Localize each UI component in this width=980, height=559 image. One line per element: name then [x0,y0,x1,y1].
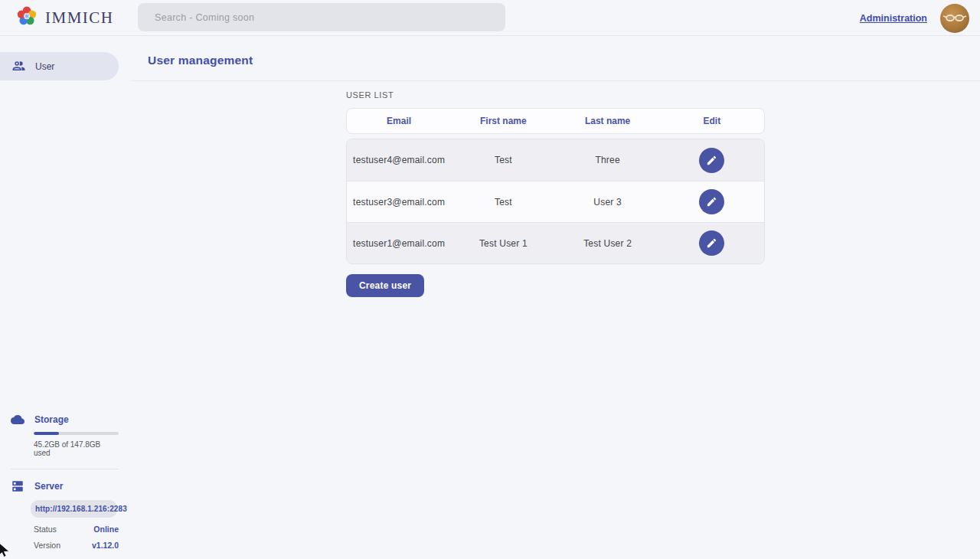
title-divider [131,80,980,81]
cell-first-name: Test [451,197,555,208]
cell-last-name: Test User 2 [556,238,660,249]
create-user-button[interactable]: Create user [346,274,424,297]
column-header-last-name: Last name [556,116,660,126]
server-icon [11,479,24,493]
pencil-icon [706,196,717,208]
column-header-email: Email [347,116,451,126]
sidebar-item-user[interactable]: User [0,52,119,80]
cell-email: testuser4@email.com [347,155,451,165]
version-value: v1.12.0 [92,541,119,550]
pencil-icon [706,237,717,249]
user-table-header: Email First name Last name Edit [346,108,765,134]
table-row: testuser4@email.com Test Three [347,139,764,181]
storage-usage-text: 45.2GB of 147.8GB used [34,440,119,457]
server-url-badge: http://192.168.1.216:2283 [31,500,117,518]
main-content: User management USER LIST Email First na… [131,36,980,559]
administration-link[interactable]: Administration [860,13,927,24]
storage-progress-bar [34,432,119,435]
cell-first-name: Test User 1 [451,238,555,249]
status-value: Online [93,525,119,534]
sidebar-status-panel: Storage 45.2GB of 147.8GB used Server ht… [0,413,131,559]
storage-progress-fill [34,432,59,435]
edit-user-button[interactable] [699,148,724,173]
cell-last-name: Three [556,155,660,165]
edit-user-button[interactable] [699,189,724,214]
search-bar[interactable] [138,3,505,31]
table-row: testuser1@email.com Test User 1 Test Use… [347,222,764,263]
app-header: IMMICH Administration [0,0,980,36]
users-icon [11,59,26,74]
edit-user-button[interactable] [699,230,724,256]
server-version-row: Version v1.12.0 [34,534,119,550]
user-table-rows: testuser4@email.com Test Three testuser3… [346,139,765,264]
logo-wordmark: IMMICH [45,8,114,28]
cell-first-name: Test [451,155,555,165]
search-input[interactable] [138,3,505,31]
server-title: Server [34,481,63,492]
storage-title: Storage [34,414,69,425]
server-status-row: Status Online [34,518,119,534]
column-header-first-name: First name [451,116,555,126]
table-row: testuser3@email.com Test User 3 [347,181,764,222]
cloud-icon [11,413,24,427]
page-title: User management [148,54,980,67]
avatar-glasses-icon [940,4,969,33]
immich-logo: IMMICH [0,5,114,31]
immich-flower-icon [15,5,38,31]
cell-email: testuser3@email.com [347,197,451,208]
sidebar: User Storage 45.2GB of 147.8GB used [0,36,131,559]
cell-last-name: User 3 [556,197,660,208]
column-header-edit: Edit [660,116,764,126]
pencil-icon [706,155,717,166]
status-label: Status [34,525,57,534]
cell-email: testuser1@email.com [347,238,451,249]
sidebar-divider [11,469,119,469]
sidebar-item-user-label: User [35,61,54,72]
version-label: Version [34,541,60,550]
user-list-label: USER LIST [346,90,765,100]
user-avatar[interactable] [940,4,969,33]
